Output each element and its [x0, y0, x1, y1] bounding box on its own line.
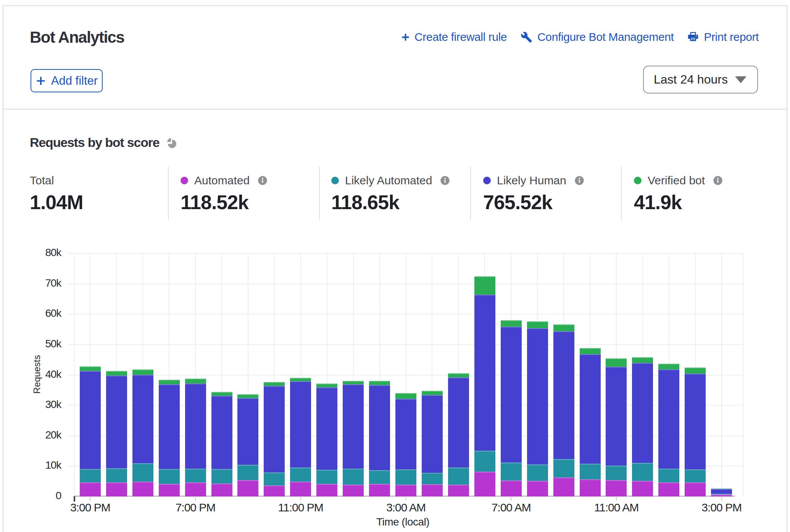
- bar-segment-likely-automated[interactable]: [422, 473, 443, 484]
- bar-segment-likely-automated[interactable]: [343, 469, 364, 485]
- bar-segment-automated[interactable]: [106, 482, 127, 497]
- bar-segment-likely-automated[interactable]: [159, 469, 180, 484]
- bar-segment-likely-automated[interactable]: [316, 470, 337, 484]
- bar-segment-likely-human[interactable]: [711, 489, 732, 494]
- bar-segment-verified-bot[interactable]: [159, 380, 180, 384]
- bar-segment-likely-human[interactable]: [159, 384, 180, 469]
- bar-segment-likely-automated[interactable]: [711, 494, 732, 495]
- bar-segment-automated[interactable]: [501, 480, 522, 497]
- bar-segment-automated[interactable]: [711, 495, 732, 497]
- time-range-select[interactable]: Last 24 hours: [643, 66, 758, 94]
- bar-segment-likely-human[interactable]: [185, 384, 206, 469]
- bar-segment-verified-bot[interactable]: [685, 368, 706, 374]
- bar-segment-verified-bot[interactable]: [553, 324, 574, 331]
- bar-segment-automated[interactable]: [422, 484, 443, 497]
- bar-segment-likely-automated[interactable]: [264, 472, 285, 485]
- bar-segment-automated[interactable]: [606, 480, 627, 497]
- bar-segment-verified-bot[interactable]: [658, 364, 679, 369]
- bar-segment-likely-automated[interactable]: [658, 469, 679, 482]
- bar-segment-likely-automated[interactable]: [474, 451, 495, 472]
- bar-segment-likely-human[interactable]: [80, 371, 101, 469]
- bar-segment-automated[interactable]: [316, 484, 337, 497]
- bar-segment-automated[interactable]: [369, 484, 390, 497]
- bar-segment-automated[interactable]: [632, 481, 653, 497]
- bar-segment-verified-bot[interactable]: [343, 381, 364, 384]
- bar-segment-verified-bot[interactable]: [474, 276, 495, 295]
- bar-segment-likely-human[interactable]: [316, 387, 337, 470]
- bar-segment-likely-human[interactable]: [448, 377, 469, 468]
- bar-segment-likely-human[interactable]: [132, 375, 153, 464]
- bar-segment-verified-bot[interactable]: [606, 358, 627, 367]
- bar-segment-automated[interactable]: [685, 482, 706, 497]
- bar-segment-likely-human[interactable]: [658, 369, 679, 469]
- bar-segment-likely-human[interactable]: [501, 327, 522, 463]
- bar-segment-likely-automated[interactable]: [211, 469, 232, 483]
- bar-segment-likely-automated[interactable]: [448, 468, 469, 485]
- bar-segment-automated[interactable]: [159, 484, 180, 497]
- bar-segment-likely-automated[interactable]: [501, 463, 522, 480]
- bar-segment-verified-bot[interactable]: [237, 394, 258, 398]
- bar-segment-verified-bot[interactable]: [264, 382, 285, 386]
- bar-segment-likely-human[interactable]: [553, 331, 574, 459]
- configure-bot-management-link[interactable]: Configure Bot Management: [521, 31, 674, 44]
- bar-segment-likely-human[interactable]: [422, 395, 443, 473]
- bar-segment-verified-bot[interactable]: [290, 378, 311, 381]
- bar-segment-automated[interactable]: [343, 485, 364, 497]
- bar-segment-verified-bot[interactable]: [422, 391, 443, 395]
- bar-segment-verified-bot[interactable]: [316, 384, 337, 387]
- bar-segment-automated[interactable]: [527, 481, 548, 497]
- bar-segment-likely-automated[interactable]: [527, 464, 548, 481]
- bar-segment-likely-human[interactable]: [580, 354, 601, 464]
- bar-segment-likely-automated[interactable]: [606, 466, 627, 480]
- bar-segment-verified-bot[interactable]: [369, 381, 390, 385]
- bar-segment-likely-human[interactable]: [632, 363, 653, 463]
- bar-segment-automated[interactable]: [448, 485, 469, 497]
- bar-segment-automated[interactable]: [80, 482, 101, 497]
- bar-segment-automated[interactable]: [658, 482, 679, 497]
- bar-segment-likely-human[interactable]: [395, 399, 416, 469]
- add-filter-button[interactable]: Add filter: [31, 69, 103, 92]
- bar-segment-likely-human[interactable]: [343, 384, 364, 469]
- bar-segment-likely-automated[interactable]: [290, 468, 311, 482]
- bar-segment-likely-automated[interactable]: [185, 469, 206, 483]
- create-firewall-rule-link[interactable]: Create firewall rule: [401, 31, 507, 44]
- bar-segment-automated[interactable]: [132, 482, 153, 497]
- bar-segment-likely-automated[interactable]: [685, 469, 706, 482]
- bar-segment-verified-bot[interactable]: [580, 348, 601, 354]
- bar-segment-automated[interactable]: [237, 480, 258, 497]
- bar-segment-likely-automated[interactable]: [632, 463, 653, 481]
- bar-segment-verified-bot[interactable]: [527, 321, 548, 328]
- bar-segment-likely-human[interactable]: [606, 367, 627, 466]
- bar-segment-likely-automated[interactable]: [80, 469, 101, 483]
- bar-segment-likely-human[interactable]: [106, 376, 127, 468]
- bar-segment-likely-automated[interactable]: [106, 468, 127, 482]
- bar-segment-likely-human[interactable]: [527, 328, 548, 465]
- bar-segment-verified-bot[interactable]: [395, 393, 416, 399]
- bar-segment-automated[interactable]: [211, 484, 232, 497]
- bar-segment-verified-bot[interactable]: [80, 366, 101, 371]
- bar-segment-automated[interactable]: [553, 477, 574, 497]
- bar-segment-verified-bot[interactable]: [501, 320, 522, 327]
- bar-segment-automated[interactable]: [474, 472, 495, 497]
- bar-segment-verified-bot[interactable]: [448, 373, 469, 377]
- bar-segment-likely-automated[interactable]: [369, 470, 390, 484]
- bar-segment-verified-bot[interactable]: [132, 369, 153, 375]
- bar-segment-likely-human[interactable]: [290, 381, 311, 467]
- bar-segment-automated[interactable]: [290, 482, 311, 497]
- bar-segment-automated[interactable]: [264, 485, 285, 497]
- bar-segment-verified-bot[interactable]: [106, 371, 127, 376]
- bar-segment-verified-bot[interactable]: [211, 392, 232, 396]
- bar-segment-verified-bot[interactable]: [185, 379, 206, 384]
- bar-segment-verified-bot[interactable]: [711, 488, 732, 489]
- print-report-link[interactable]: Print report: [687, 31, 759, 44]
- bar-segment-likely-human[interactable]: [369, 385, 390, 470]
- bar-segment-likely-automated[interactable]: [395, 469, 416, 485]
- bar-segment-likely-human[interactable]: [237, 398, 258, 465]
- bar-segment-automated[interactable]: [185, 482, 206, 497]
- bar-segment-likely-automated[interactable]: [580, 464, 601, 479]
- bar-segment-automated[interactable]: [580, 479, 601, 497]
- bar-segment-likely-human[interactable]: [264, 386, 285, 472]
- bar-segment-likely-automated[interactable]: [237, 465, 258, 480]
- bar-segment-automated[interactable]: [395, 485, 416, 497]
- bar-segment-likely-automated[interactable]: [132, 463, 153, 482]
